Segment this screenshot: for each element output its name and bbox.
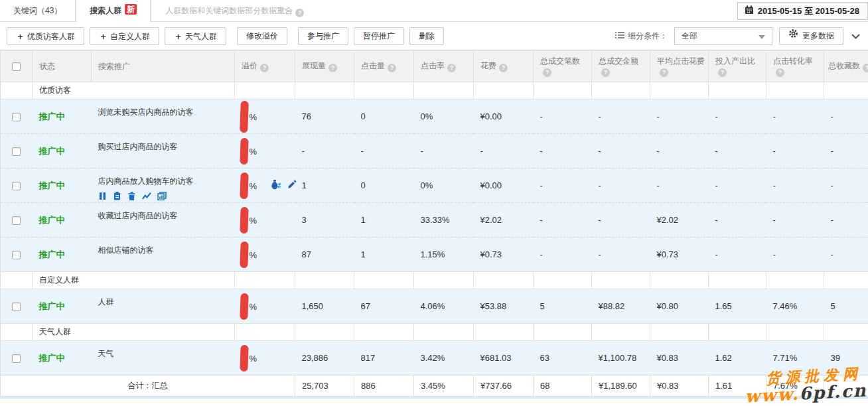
cell-total-order-amount: - bbox=[592, 203, 650, 237]
audience-name: 浏览未购买店内商品的访客 bbox=[98, 107, 235, 118]
cell-ctr: 1.15% bbox=[414, 237, 474, 272]
table-row: 推广中购买过店内商品的访客%---------- bbox=[1, 134, 868, 169]
select-all-checkbox[interactable] bbox=[12, 62, 21, 71]
trash-icon[interactable] bbox=[127, 192, 136, 200]
more-data-button[interactable]: 更多数据 bbox=[779, 27, 843, 45]
help-icon[interactable] bbox=[601, 68, 610, 77]
cell-avg-click-cost: ¥2.02 bbox=[650, 203, 709, 237]
audience-table-wrap: 状态搜索推广溢价展现量点击量点击率花费总成交笔数总成交金额平均点击花费投入产出比… bbox=[0, 50, 868, 399]
help-icon[interactable] bbox=[328, 64, 337, 72]
join-promotion-button[interactable]: 参与推广 bbox=[298, 27, 348, 45]
cell-clicks: 0 bbox=[354, 100, 414, 134]
cell-total-order-amount: ¥88.82 bbox=[592, 289, 650, 324]
pencil-icon[interactable] bbox=[287, 180, 297, 192]
row-checkbox[interactable] bbox=[12, 147, 21, 156]
cell-roi: - bbox=[709, 100, 766, 134]
help-icon[interactable] bbox=[499, 64, 508, 72]
cell-ctr: 0% bbox=[414, 169, 474, 203]
add-weather-audience-button[interactable]: ＋天气人群 bbox=[165, 27, 226, 45]
audience-name-cell: 购买过店内商品的访客 bbox=[92, 134, 235, 169]
audience-name-cell: 天气 bbox=[92, 341, 235, 375]
total-avg-click-cost: ¥0.83 bbox=[650, 375, 709, 397]
redacted-scribble bbox=[240, 100, 249, 132]
filter-select[interactable]: 全部 bbox=[674, 27, 772, 45]
calendar-icon bbox=[745, 5, 754, 17]
group-label: 天气人群 bbox=[33, 324, 235, 341]
row-action-icons bbox=[98, 192, 235, 200]
row-checkbox[interactable] bbox=[12, 354, 21, 363]
redacted-scribble bbox=[240, 137, 248, 164]
cell-click-conversion-rate: - bbox=[766, 100, 824, 134]
redacted-scribble bbox=[240, 344, 248, 371]
cell-total-order-amount: - bbox=[592, 237, 650, 272]
status-cell: 推广中 bbox=[33, 341, 92, 375]
help-icon[interactable] bbox=[863, 64, 868, 72]
column-header-cost: 花费 bbox=[474, 51, 534, 82]
add-quality-visitor-audience-button[interactable]: ＋优质访客人群 bbox=[7, 27, 84, 45]
status-cell: 推广中 bbox=[33, 203, 92, 237]
column-header-clicks: 点击量 bbox=[354, 51, 414, 82]
cell-impressions: - bbox=[295, 134, 354, 169]
help-icon[interactable] bbox=[718, 68, 727, 77]
cell-total-order-amount: - bbox=[592, 169, 650, 203]
audience-name: 店内商品放入购物车的访客 bbox=[98, 176, 235, 187]
help-icon[interactable] bbox=[543, 68, 551, 77]
cell-total-favorites: 5 bbox=[824, 289, 868, 324]
table-row: 推广中浏览未购买店内商品的访客%7600%¥0.00------ bbox=[1, 100, 868, 134]
tab-search-audience[interactable]: 搜索人群新 bbox=[76, 0, 151, 21]
report-icon[interactable] bbox=[157, 192, 167, 200]
cell-click-conversion-rate: 7.46% bbox=[766, 289, 824, 324]
cell-cost: ¥0.00 bbox=[474, 169, 534, 203]
audience-name: 购买过店内商品的访客 bbox=[98, 141, 235, 153]
caret-down-icon bbox=[759, 35, 765, 39]
audience-name-cell: 浏览未购买店内商品的访客 bbox=[92, 100, 235, 134]
help-icon[interactable] bbox=[388, 64, 396, 72]
clipboard-icon[interactable] bbox=[113, 192, 121, 200]
cell-click-conversion-rate: - bbox=[766, 237, 824, 272]
cell-cost: ¥681.03 bbox=[474, 341, 534, 375]
cell-cost: ¥53.88 bbox=[474, 289, 534, 324]
tab-note-text: 人群数据和关键词数据部分数据重合 bbox=[165, 6, 293, 15]
cell-total-favorites: - bbox=[824, 134, 868, 169]
filter-select-value: 全部 bbox=[682, 31, 697, 42]
help-icon[interactable] bbox=[776, 68, 784, 77]
total-clicks: 886 bbox=[354, 375, 414, 397]
premium-cell: % bbox=[235, 289, 295, 324]
cell-ctr: 4.06% bbox=[414, 289, 474, 324]
tab-keywords[interactable]: 关键词（43） bbox=[0, 0, 76, 21]
cell-impressions: 1 bbox=[295, 169, 354, 203]
delete-button[interactable]: 删除 bbox=[409, 27, 444, 45]
row-checkbox[interactable] bbox=[12, 303, 21, 311]
cell-avg-click-cost: - bbox=[650, 134, 709, 169]
modify-premium-button[interactable]: 修改溢价 bbox=[237, 27, 287, 45]
cell-ctr: - bbox=[414, 134, 474, 169]
cell-impressions: 23,886 bbox=[295, 341, 354, 375]
column-header-ctr: 点击率 bbox=[414, 51, 474, 82]
chevron-down-icon[interactable] bbox=[850, 33, 861, 40]
row-checkbox[interactable] bbox=[12, 216, 21, 225]
row-checkbox[interactable] bbox=[12, 113, 21, 121]
header-select-all bbox=[1, 51, 33, 82]
pause-promotion-button[interactable]: 暂停推广 bbox=[354, 27, 404, 45]
column-header-roi: 投入产出比 bbox=[709, 51, 766, 82]
audience-name-cell: 人群 bbox=[92, 289, 235, 324]
help-icon[interactable] bbox=[447, 64, 456, 72]
cell-total-order-amount: ¥1,100.78 bbox=[592, 341, 650, 375]
help-icon[interactable] bbox=[260, 64, 269, 72]
total-impressions: 25,703 bbox=[295, 375, 354, 397]
cell-ctr: 33.33% bbox=[414, 203, 474, 237]
row-checkbox[interactable] bbox=[12, 251, 21, 259]
help-icon[interactable] bbox=[295, 9, 304, 17]
cell-click-conversion-rate: - bbox=[766, 169, 824, 203]
row-checkbox[interactable] bbox=[12, 182, 21, 190]
cell-impressions: 3 bbox=[295, 203, 354, 237]
pause-icon[interactable] bbox=[98, 192, 107, 200]
total-total-orders: 68 bbox=[534, 375, 592, 397]
trend-icon[interactable] bbox=[142, 192, 151, 200]
column-header-2: 搜索推广 bbox=[92, 51, 235, 82]
help-icon[interactable] bbox=[660, 68, 668, 77]
money-bag-icon[interactable] bbox=[270, 179, 282, 192]
add-custom-audience-button[interactable]: ＋自定义人群 bbox=[90, 27, 159, 45]
date-range-button[interactable]: 2015-05-15 至 2015-05-28 bbox=[737, 2, 868, 20]
group-row: 优质访客 bbox=[1, 82, 868, 100]
